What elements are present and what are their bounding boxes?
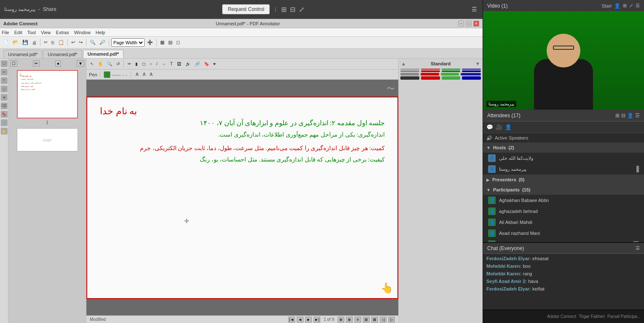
dash-ctrl[interactable]: - - bbox=[123, 72, 127, 77]
left-icon-shapes[interactable]: ◻ bbox=[1, 86, 8, 92]
att-list-btn[interactable]: ⊟ bbox=[621, 113, 625, 118]
brush-stroke-thick-red[interactable] bbox=[421, 73, 439, 75]
page-btn-5[interactable]: ⊠ bbox=[371, 317, 378, 323]
pdf-shape-tool[interactable]: ◻ bbox=[141, 60, 147, 68]
att-video-btn[interactable]: 🎥 bbox=[496, 124, 502, 130]
page-btn-4[interactable]: ⊞ bbox=[363, 317, 370, 323]
participant-row-1[interactable]: 👤 Aghakhan Babaee Abtin bbox=[483, 195, 644, 206]
video-menu-btn[interactable]: ☰ bbox=[636, 3, 640, 8]
participants-section-header[interactable]: ▼ Participants (15) bbox=[483, 185, 644, 195]
brush-stroke-xl-blue[interactable] bbox=[462, 76, 481, 80]
menu-tool[interactable]: Tool bbox=[27, 30, 36, 35]
video-grid-btn[interactable]: ⊞ bbox=[623, 3, 627, 8]
pdf-line-tool[interactable]: / bbox=[155, 60, 159, 68]
left-icon-bookmark[interactable]: 🔖 bbox=[1, 111, 8, 118]
brush-stroke-med-blue[interactable] bbox=[462, 70, 481, 72]
tool-redo[interactable]: ↪ bbox=[78, 38, 84, 47]
minimize-button[interactable]: ─ bbox=[458, 21, 464, 27]
menu-edit[interactable]: Edit bbox=[14, 30, 22, 35]
page-btn-2[interactable]: ⊕ bbox=[346, 317, 353, 323]
att-grid-btn[interactable]: ⊞ bbox=[615, 113, 620, 118]
maximize-button[interactable]: □ bbox=[466, 21, 472, 27]
brush-stroke-med-gray[interactable] bbox=[400, 70, 419, 72]
tool-cut[interactable]: ✂ bbox=[43, 38, 49, 47]
text-tool-bold[interactable]: A bbox=[142, 70, 147, 79]
tool-view2[interactable]: ▤ bbox=[167, 38, 174, 47]
att-menu-btn[interactable]: ☰ bbox=[635, 113, 640, 118]
brush-stroke-thin-gray[interactable] bbox=[400, 69, 419, 70]
pdf-heart-tool[interactable]: ♥ bbox=[212, 60, 217, 68]
text-tool-A[interactable]: A bbox=[134, 70, 140, 79]
video-start-button[interactable]: Start bbox=[602, 3, 612, 8]
pdf-zoom-tool[interactable]: 🔍 bbox=[106, 60, 113, 68]
participant-row-3[interactable]: 👤 Ali Akbari Mahdi bbox=[483, 217, 644, 228]
brush-stroke-xl-green[interactable] bbox=[442, 76, 461, 80]
brush-stroke-thick-green[interactable] bbox=[441, 73, 459, 75]
thumb-ellipse-btn[interactable]: ● bbox=[55, 60, 61, 67]
view-icon-fullscreen[interactable]: ⤢ bbox=[299, 5, 304, 13]
host-row-1[interactable]: 👤 ولایت‌کفا الله خلی bbox=[483, 153, 644, 164]
tool-copy[interactable]: ⎘ bbox=[50, 38, 56, 47]
page-btn-3[interactable]: ≡ bbox=[354, 317, 361, 323]
left-icon-text[interactable]: T bbox=[1, 77, 8, 84]
pdf-bookmark-tool[interactable]: 🔖 bbox=[203, 60, 210, 68]
pdf-highlight-tool[interactable]: ▮ bbox=[134, 60, 139, 68]
first-page-btn[interactable]: |◄ bbox=[288, 317, 295, 323]
pdf-audio-tool[interactable]: 🔊 bbox=[184, 60, 192, 68]
tool-save[interactable]: 💾 bbox=[21, 38, 30, 47]
presenters-section-header[interactable]: ▶ Presenters (0) bbox=[483, 175, 644, 185]
pdf-link-tool[interactable]: 🔗 bbox=[193, 60, 201, 68]
page-width-select[interactable]: Page Width bbox=[111, 38, 145, 47]
pdf-pen-tool[interactable]: ✏ bbox=[126, 60, 132, 68]
view-icon-split[interactable]: ⊟ bbox=[290, 5, 295, 13]
brush-stroke-thick-blue-active[interactable] bbox=[461, 73, 481, 75]
tool-view1[interactable]: ▦ bbox=[159, 38, 166, 47]
brush-stroke-xl-red[interactable] bbox=[421, 76, 440, 80]
brush-stroke-thin-green[interactable] bbox=[442, 69, 461, 70]
text-tool-outline[interactable]: A bbox=[148, 70, 154, 79]
tab-1[interactable]: Unnamed.pdf* bbox=[3, 50, 42, 58]
tab-2[interactable]: Unnamed.pdf* bbox=[43, 50, 82, 58]
menu-window[interactable]: Window bbox=[74, 30, 91, 35]
att-person-btn[interactable]: 👤 bbox=[627, 113, 633, 118]
menu-view[interactable]: View bbox=[41, 30, 51, 35]
tab-3[interactable]: Unnamed.pdf* bbox=[83, 50, 124, 58]
tool-print[interactable]: 🖨 bbox=[31, 38, 38, 47]
host-row-2[interactable]: 👤 پیرمحمد روستا bbox=[483, 164, 644, 175]
left-icon-select[interactable]: ☐ bbox=[1, 60, 8, 67]
menu-extras[interactable]: Extras bbox=[56, 30, 69, 35]
left-icon-eraser[interactable]: ⌫ bbox=[1, 102, 8, 109]
page-btn-1[interactable]: ⊕ bbox=[338, 317, 344, 323]
tool-new[interactable]: 📄 bbox=[2, 38, 10, 47]
close-button[interactable]: ✕ bbox=[473, 21, 479, 27]
thumb-menu-btn[interactable]: ▼ bbox=[77, 60, 84, 67]
page-thumbnail-1[interactable]: 1 به نام خدا جلسه اول - مقدمه اندازه‌گیر… bbox=[17, 70, 78, 118]
participant-row-2[interactable]: 👤 aghazadeh behrad bbox=[483, 206, 644, 217]
menu-help[interactable]: Help bbox=[96, 30, 105, 35]
brush-stroke-med-green[interactable] bbox=[442, 70, 461, 72]
pdf-hand-tool[interactable]: ✋ bbox=[97, 60, 104, 68]
page-btn-7[interactable]: ▷ bbox=[388, 317, 395, 323]
left-icon-stamp[interactable]: ★ bbox=[1, 94, 8, 101]
next-page-btn[interactable]: ► bbox=[305, 317, 312, 323]
brush-expand-up[interactable]: ▲ bbox=[401, 61, 406, 66]
active-speakers-row[interactable]: 🔊 Active Speakers bbox=[483, 133, 644, 143]
view-icon-grid[interactable]: ⊞ bbox=[281, 5, 287, 13]
brush-expand-down[interactable]: ▼ bbox=[475, 61, 480, 66]
chat-menu-btn[interactable]: ☰ bbox=[636, 245, 640, 251]
pdf-text-tool[interactable]: T bbox=[169, 60, 174, 68]
left-icon-link[interactable]: 🔗 bbox=[1, 119, 8, 126]
tool-view3[interactable]: ◻ bbox=[175, 38, 181, 47]
pdf-arrow-tool[interactable]: → bbox=[161, 60, 167, 68]
pdf-select-tool[interactable]: ↖ bbox=[89, 60, 95, 68]
page-thumbnail-2[interactable]: page bbox=[17, 128, 78, 151]
participant-row-4[interactable]: 👤 Asad nazhand Mani bbox=[483, 228, 644, 239]
tool-zoom[interactable]: 🔎 bbox=[98, 38, 107, 47]
left-icon-hand[interactable]: ✋ bbox=[1, 128, 8, 135]
color-green[interactable] bbox=[104, 71, 110, 78]
last-page-btn[interactable]: ►| bbox=[314, 317, 320, 323]
thumb-draw-btn[interactable]: ✏ bbox=[33, 60, 40, 67]
participant-row-5[interactable]: 👤 FerdosiZadeh Elyar ! bbox=[483, 239, 644, 242]
pdf-circle-tool[interactable]: ○ bbox=[148, 60, 153, 68]
brush-stroke-thin-blue[interactable] bbox=[462, 69, 481, 70]
